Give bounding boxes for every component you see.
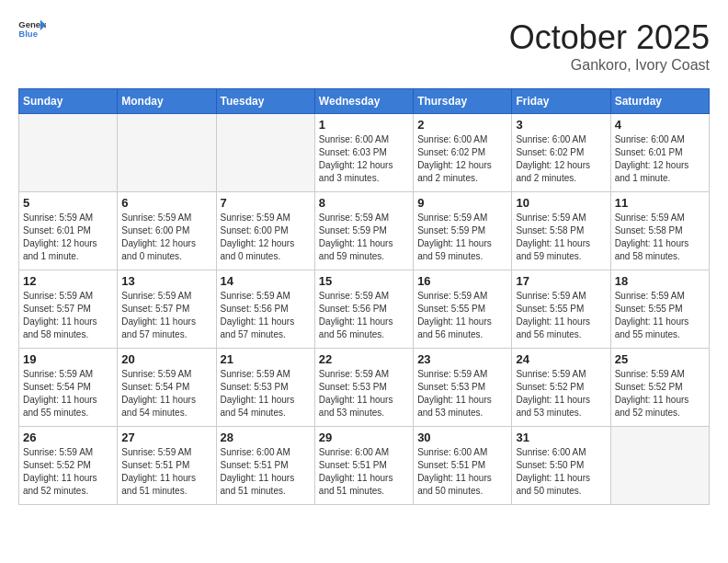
day-number: 3 bbox=[516, 118, 606, 132]
day-number: 25 bbox=[615, 352, 705, 366]
day-number: 23 bbox=[417, 352, 507, 366]
day-detail: Sunrise: 5:59 AM Sunset: 5:55 PM Dayligh… bbox=[417, 290, 507, 341]
location-title: Gankoro, Ivory Coast bbox=[509, 57, 710, 74]
calendar-cell: 30Sunrise: 6:00 AM Sunset: 5:51 PM Dayli… bbox=[414, 427, 512, 505]
weekday-header-tuesday: Tuesday bbox=[216, 89, 314, 114]
weekday-header-saturday: Saturday bbox=[610, 89, 709, 114]
calendar-cell: 13Sunrise: 5:59 AM Sunset: 5:57 PM Dayli… bbox=[118, 270, 216, 349]
calendar-cell: 3Sunrise: 6:00 AM Sunset: 6:02 PM Daylig… bbox=[512, 114, 610, 192]
calendar-cell: 6Sunrise: 5:59 AM Sunset: 6:00 PM Daylig… bbox=[118, 192, 216, 270]
calendar-cell: 27Sunrise: 5:59 AM Sunset: 5:51 PM Dayli… bbox=[118, 427, 216, 505]
week-row-5: 26Sunrise: 5:59 AM Sunset: 5:52 PM Dayli… bbox=[19, 427, 710, 505]
day-number: 8 bbox=[319, 196, 409, 210]
day-detail: Sunrise: 5:59 AM Sunset: 5:53 PM Dayligh… bbox=[221, 368, 311, 419]
calendar-cell: 20Sunrise: 5:59 AM Sunset: 5:54 PM Dayli… bbox=[118, 349, 216, 427]
calendar-cell: 5Sunrise: 5:59 AM Sunset: 6:01 PM Daylig… bbox=[19, 192, 118, 270]
day-number: 18 bbox=[615, 274, 705, 288]
calendar-header-row: SundayMondayTuesdayWednesdayThursdayFrid… bbox=[19, 89, 710, 114]
calendar-cell: 10Sunrise: 5:59 AM Sunset: 5:58 PM Dayli… bbox=[512, 192, 610, 270]
day-number: 6 bbox=[121, 196, 211, 210]
day-detail: Sunrise: 5:59 AM Sunset: 5:59 PM Dayligh… bbox=[417, 212, 507, 263]
day-detail: Sunrise: 6:00 AM Sunset: 6:03 PM Dayligh… bbox=[319, 133, 409, 185]
day-number: 15 bbox=[319, 274, 409, 288]
day-number: 17 bbox=[516, 274, 606, 288]
day-number: 11 bbox=[615, 196, 705, 210]
day-number: 1 bbox=[319, 118, 409, 132]
day-detail: Sunrise: 5:59 AM Sunset: 5:54 PM Dayligh… bbox=[121, 368, 211, 419]
day-detail: Sunrise: 6:00 AM Sunset: 6:02 PM Dayligh… bbox=[516, 133, 606, 185]
week-row-4: 19Sunrise: 5:59 AM Sunset: 5:54 PM Dayli… bbox=[19, 349, 710, 427]
title-area: October 2025 Gankoro, Ivory Coast bbox=[509, 18, 710, 74]
day-number: 24 bbox=[516, 352, 606, 366]
day-detail: Sunrise: 5:59 AM Sunset: 5:57 PM Dayligh… bbox=[23, 290, 113, 341]
calendar-cell: 17Sunrise: 5:59 AM Sunset: 5:55 PM Dayli… bbox=[512, 270, 610, 349]
day-number: 13 bbox=[121, 274, 211, 288]
weekday-header-monday: Monday bbox=[118, 89, 216, 114]
calendar-cell: 2Sunrise: 6:00 AM Sunset: 6:02 PM Daylig… bbox=[414, 114, 512, 192]
svg-text:Blue: Blue bbox=[18, 29, 38, 39]
day-number: 22 bbox=[319, 352, 409, 366]
calendar-cell: 15Sunrise: 5:59 AM Sunset: 5:56 PM Dayli… bbox=[314, 270, 413, 349]
day-detail: Sunrise: 5:59 AM Sunset: 6:00 PM Dayligh… bbox=[121, 212, 211, 263]
calendar-cell: 9Sunrise: 5:59 AM Sunset: 5:59 PM Daylig… bbox=[414, 192, 512, 270]
calendar-cell: 21Sunrise: 5:59 AM Sunset: 5:53 PM Dayli… bbox=[216, 349, 314, 427]
day-number: 20 bbox=[121, 352, 211, 366]
day-detail: Sunrise: 5:59 AM Sunset: 5:58 PM Dayligh… bbox=[516, 212, 606, 263]
day-detail: Sunrise: 5:59 AM Sunset: 5:55 PM Dayligh… bbox=[615, 290, 705, 341]
day-detail: Sunrise: 6:00 AM Sunset: 5:50 PM Dayligh… bbox=[516, 446, 606, 498]
calendar-cell: 4Sunrise: 6:00 AM Sunset: 6:01 PM Daylig… bbox=[610, 114, 709, 192]
calendar-cell bbox=[610, 427, 709, 505]
calendar-cell: 14Sunrise: 5:59 AM Sunset: 5:56 PM Dayli… bbox=[216, 270, 314, 349]
day-number: 10 bbox=[516, 196, 606, 210]
day-number: 12 bbox=[23, 274, 113, 288]
weekday-header-thursday: Thursday bbox=[414, 89, 512, 114]
calendar-cell: 28Sunrise: 6:00 AM Sunset: 5:51 PM Dayli… bbox=[216, 427, 314, 505]
day-number: 2 bbox=[417, 118, 507, 132]
logo-icon: General Blue bbox=[18, 18, 46, 39]
day-number: 31 bbox=[516, 431, 606, 444]
day-detail: Sunrise: 5:59 AM Sunset: 5:51 PM Dayligh… bbox=[121, 446, 211, 498]
week-row-3: 12Sunrise: 5:59 AM Sunset: 5:57 PM Dayli… bbox=[19, 270, 710, 349]
day-number: 30 bbox=[417, 431, 507, 444]
weekday-header-friday: Friday bbox=[512, 89, 610, 114]
day-detail: Sunrise: 5:59 AM Sunset: 5:52 PM Dayligh… bbox=[516, 368, 606, 419]
calendar-cell: 18Sunrise: 5:59 AM Sunset: 5:55 PM Dayli… bbox=[610, 270, 709, 349]
day-detail: Sunrise: 5:59 AM Sunset: 5:59 PM Dayligh… bbox=[319, 212, 409, 263]
calendar-cell: 7Sunrise: 5:59 AM Sunset: 6:00 PM Daylig… bbox=[216, 192, 314, 270]
calendar-cell bbox=[216, 114, 314, 192]
day-number: 28 bbox=[221, 431, 311, 444]
calendar-cell: 23Sunrise: 5:59 AM Sunset: 5:53 PM Dayli… bbox=[414, 349, 512, 427]
day-detail: Sunrise: 5:59 AM Sunset: 5:54 PM Dayligh… bbox=[23, 368, 113, 419]
day-number: 16 bbox=[417, 274, 507, 288]
day-detail: Sunrise: 5:59 AM Sunset: 5:56 PM Dayligh… bbox=[221, 290, 311, 341]
day-detail: Sunrise: 6:00 AM Sunset: 5:51 PM Dayligh… bbox=[417, 446, 507, 498]
calendar-cell: 31Sunrise: 6:00 AM Sunset: 5:50 PM Dayli… bbox=[512, 427, 610, 505]
week-row-1: 1Sunrise: 6:00 AM Sunset: 6:03 PM Daylig… bbox=[19, 114, 710, 192]
day-number: 27 bbox=[121, 431, 211, 444]
calendar-cell: 8Sunrise: 5:59 AM Sunset: 5:59 PM Daylig… bbox=[314, 192, 413, 270]
calendar-cell: 22Sunrise: 5:59 AM Sunset: 5:53 PM Dayli… bbox=[314, 349, 413, 427]
calendar-cell: 16Sunrise: 5:59 AM Sunset: 5:55 PM Dayli… bbox=[414, 270, 512, 349]
calendar-cell: 29Sunrise: 6:00 AM Sunset: 5:51 PM Dayli… bbox=[314, 427, 413, 505]
day-detail: Sunrise: 6:00 AM Sunset: 6:02 PM Dayligh… bbox=[417, 133, 507, 185]
weekday-header-wednesday: Wednesday bbox=[314, 89, 413, 114]
day-detail: Sunrise: 5:59 AM Sunset: 5:56 PM Dayligh… bbox=[319, 290, 409, 341]
day-detail: Sunrise: 5:59 AM Sunset: 5:52 PM Dayligh… bbox=[23, 446, 113, 498]
day-detail: Sunrise: 5:59 AM Sunset: 5:53 PM Dayligh… bbox=[417, 368, 507, 419]
calendar-cell: 25Sunrise: 5:59 AM Sunset: 5:52 PM Dayli… bbox=[610, 349, 709, 427]
calendar-cell: 19Sunrise: 5:59 AM Sunset: 5:54 PM Dayli… bbox=[19, 349, 118, 427]
day-number: 26 bbox=[23, 431, 113, 444]
day-detail: Sunrise: 5:59 AM Sunset: 6:01 PM Dayligh… bbox=[23, 212, 113, 263]
day-number: 4 bbox=[615, 118, 705, 132]
calendar-cell bbox=[19, 114, 118, 192]
day-number: 21 bbox=[221, 352, 311, 366]
day-number: 19 bbox=[23, 352, 113, 366]
calendar-cell: 24Sunrise: 5:59 AM Sunset: 5:52 PM Dayli… bbox=[512, 349, 610, 427]
day-number: 5 bbox=[23, 196, 113, 210]
logo: General Blue bbox=[18, 18, 46, 39]
day-detail: Sunrise: 5:59 AM Sunset: 5:58 PM Dayligh… bbox=[615, 212, 705, 263]
calendar-cell: 26Sunrise: 5:59 AM Sunset: 5:52 PM Dayli… bbox=[19, 427, 118, 505]
calendar-table: SundayMondayTuesdayWednesdayThursdayFrid… bbox=[18, 88, 710, 505]
day-detail: Sunrise: 5:59 AM Sunset: 5:55 PM Dayligh… bbox=[516, 290, 606, 341]
day-detail: Sunrise: 6:00 AM Sunset: 5:51 PM Dayligh… bbox=[319, 446, 409, 498]
